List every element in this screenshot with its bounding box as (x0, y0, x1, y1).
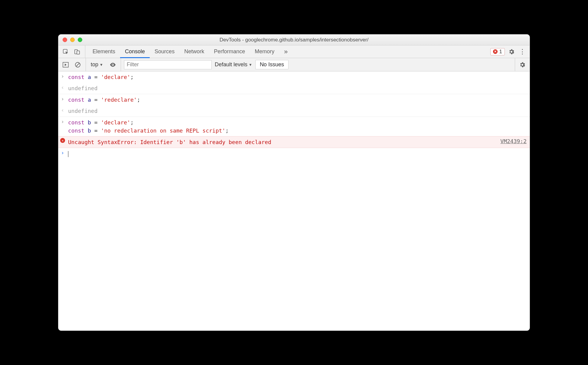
tab-elements[interactable]: Elements (88, 45, 120, 58)
console-prompt-row[interactable]: › (58, 148, 530, 159)
svg-line-5 (76, 63, 79, 66)
console-input-row: › const b = 'declare'; const b = 'no red… (58, 117, 530, 136)
input-chevron-icon: › (60, 73, 65, 79)
console-input[interactable] (68, 150, 527, 158)
more-tabs-icon[interactable]: » (282, 48, 290, 56)
console-input-row: › const a = 'declare'; (58, 71, 530, 83)
error-source-link[interactable]: VM2439:2 (494, 138, 527, 144)
error-icon (493, 49, 498, 54)
tab-sources[interactable]: Sources (150, 45, 179, 58)
titlebar: DevTools - googlechrome.github.io/sample… (58, 35, 530, 45)
error-count: 1 (499, 49, 502, 55)
console-toolbar: top ▼ Default levels ▼ No Issues (58, 58, 530, 71)
maximize-window-button[interactable] (78, 38, 82, 42)
console-settings-icon[interactable] (518, 61, 527, 69)
console-code: const a = 'redeclare'; (68, 96, 527, 104)
execution-context-selector[interactable]: top ▼ (89, 61, 105, 68)
context-label: top (91, 61, 98, 68)
clear-console-icon[interactable] (74, 61, 82, 69)
tab-performance[interactable]: Performance (209, 45, 250, 58)
console-input-row: › const a = 'redeclare'; (58, 94, 530, 105)
window-title: DevTools - googlechrome.github.io/sample… (58, 37, 530, 43)
toggle-sidebar-icon[interactable] (61, 61, 70, 69)
chevron-down-icon: ▼ (249, 63, 252, 67)
window-controls (63, 38, 82, 42)
console-error-row: Uncaught SyntaxError: Identifier 'b' has… (58, 136, 530, 148)
input-chevron-icon: › (60, 118, 65, 125)
devtools-window: DevTools - googlechrome.github.io/sample… (58, 34, 530, 331)
error-message: Uncaught SyntaxError: Identifier 'b' has… (68, 138, 491, 146)
chevron-down-icon: ▼ (100, 63, 103, 67)
svg-rect-2 (77, 51, 80, 54)
main-tabs: ElementsConsoleSourcesNetworkPerformance… (58, 45, 530, 58)
output-chevron-icon: ‹ (60, 107, 65, 113)
minimize-window-button[interactable] (70, 38, 75, 42)
console-output-row: ‹ undefined (58, 105, 530, 117)
console-result: undefined (68, 84, 527, 92)
tab-network[interactable]: Network (179, 45, 209, 58)
error-icon (60, 138, 65, 143)
console-code: const a = 'declare'; (68, 73, 527, 81)
console-output: › const a = 'declare'; ‹ undefined › con… (58, 71, 530, 330)
svg-point-6 (112, 64, 113, 65)
tab-memory[interactable]: Memory (250, 45, 279, 58)
issues-button[interactable]: No Issues (255, 60, 289, 69)
log-levels-selector[interactable]: Default levels ▼ (215, 61, 252, 68)
device-toolbar-icon[interactable] (73, 48, 81, 56)
input-chevron-icon: › (60, 96, 65, 102)
live-expression-icon[interactable] (109, 61, 117, 69)
settings-icon[interactable] (507, 48, 516, 56)
prompt-chevron-icon: › (60, 150, 65, 156)
console-output-row: ‹ undefined (58, 83, 530, 94)
tab-console[interactable]: Console (120, 45, 150, 58)
close-window-button[interactable] (63, 38, 67, 42)
output-chevron-icon: ‹ (60, 84, 65, 90)
filter-input[interactable] (124, 60, 212, 69)
console-code: const b = 'declare'; const b = 'no redec… (68, 118, 527, 135)
error-count-badge[interactable]: 1 (490, 48, 505, 55)
levels-label: Default levels (215, 61, 247, 68)
kebab-menu-icon[interactable]: ⋮ (518, 48, 527, 56)
console-result: undefined (68, 107, 527, 115)
inspect-element-icon[interactable] (61, 48, 70, 56)
